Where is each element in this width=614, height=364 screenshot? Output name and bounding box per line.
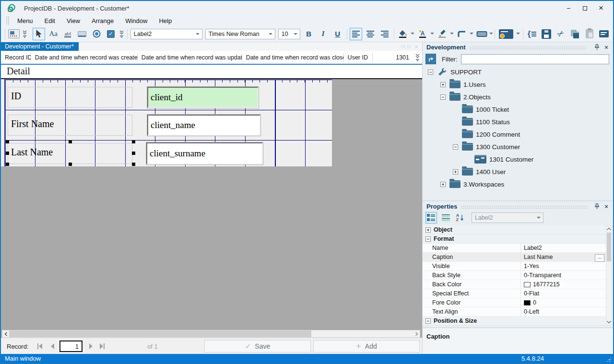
- form-view-tool-button[interactable]: [8, 28, 20, 40]
- chevron-down-icon[interactable]: [411, 33, 414, 36]
- tree-item-support[interactable]: SUPPORT: [423, 66, 613, 78]
- last-record-button[interactable]: [97, 341, 107, 351]
- tree-item-1000-ticket[interactable]: 1000 Ticket: [423, 103, 613, 116]
- menubar-drag-handle[interactable]: [6, 16, 10, 25]
- tree-item-1100-status[interactable]: 1100 Status: [423, 116, 613, 128]
- property-row-text-align[interactable]: Text Align 0-Left: [423, 307, 606, 317]
- font-name-combo[interactable]: Times New Roman: [205, 29, 275, 39]
- field-client-surname[interactable]: client_surname: [146, 142, 263, 164]
- paste-button[interactable]: [583, 28, 596, 40]
- new-object-button[interactable]: [497, 28, 515, 40]
- save-button[interactable]: [540, 28, 553, 40]
- italic-button[interactable]: I: [317, 28, 330, 40]
- categorized-view-button[interactable]: [425, 212, 437, 223]
- menu-item-arrange[interactable]: Arrange: [86, 16, 119, 25]
- previous-record-button[interactable]: [47, 341, 58, 351]
- toolbar-drag-handle[interactable]: [30, 29, 31, 39]
- line-color-button[interactable]: [436, 28, 449, 40]
- cut-button[interactable]: ✂: [555, 28, 567, 40]
- header-closed[interactable]: Date and time when record was closed: [242, 54, 343, 61]
- category-position-size[interactable]: Position & Size: [423, 317, 606, 326]
- selection-handle[interactable]: [69, 140, 72, 143]
- header-overflow-button[interactable]: [415, 54, 420, 61]
- selection-handle[interactable]: [6, 163, 9, 166]
- toolbar-drag-handle[interactable]: [494, 29, 495, 39]
- selection-handle[interactable]: [132, 163, 135, 166]
- maximize-button[interactable]: [577, 2, 593, 14]
- properties-scrollbar[interactable]: [606, 225, 612, 326]
- underline-button[interactable]: U: [331, 28, 344, 40]
- comment-button[interactable]: [598, 28, 610, 40]
- radio-tool-button[interactable]: [90, 28, 103, 40]
- scrollbar-thumb[interactable]: [9, 330, 311, 337]
- align-left-button[interactable]: [350, 28, 362, 40]
- menu-item-view[interactable]: View: [61, 16, 86, 25]
- collapse-icon[interactable]: [425, 318, 431, 324]
- align-right-button[interactable]: [378, 28, 391, 40]
- form-designer-canvas[interactable]: ID client_id First Name client_name Last…: [1, 79, 422, 330]
- category-format[interactable]: Format: [423, 235, 606, 244]
- current-record-input[interactable]: 1: [59, 341, 83, 352]
- expand-icon[interactable]: [440, 182, 446, 187]
- structure-button[interactable]: {: [526, 28, 538, 40]
- toolbar-overflow-button[interactable]: [22, 28, 27, 40]
- selection-handle[interactable]: [6, 140, 9, 143]
- menu-item-edit[interactable]: Edit: [39, 16, 61, 25]
- close-panel-icon[interactable]: ×: [602, 44, 610, 50]
- expand-icon[interactable]: [425, 227, 431, 233]
- selection-handle[interactable]: [132, 140, 135, 143]
- header-created[interactable]: Date and time when record was created: [31, 54, 137, 61]
- minimize-button[interactable]: −: [560, 2, 577, 14]
- property-row-name[interactable]: Name Label2: [423, 244, 606, 253]
- menu-item-menu[interactable]: Menu: [12, 16, 39, 25]
- label-last-name[interactable]: Last Name: [8, 143, 132, 164]
- field-client-id[interactable]: client_id: [147, 87, 259, 108]
- label-first-name[interactable]: First Name: [8, 115, 132, 136]
- detail-band-header[interactable]: Detail: [1, 65, 422, 79]
- field-client-name[interactable]: client_name: [147, 115, 260, 136]
- button-tool-button[interactable]: [76, 28, 88, 40]
- property-row-back-style[interactable]: Back Style 0-Transparent: [423, 271, 606, 280]
- resize-grip[interactable]: [606, 357, 611, 362]
- scroll-left-icon[interactable]: [2, 330, 9, 337]
- tree-item-1400-user[interactable]: 1400 User: [423, 165, 613, 178]
- chevron-down-icon[interactable]: [489, 33, 493, 36]
- align-center-button[interactable]: [364, 28, 377, 40]
- object-selector-combo[interactable]: Label2: [130, 29, 202, 39]
- collapse-icon[interactable]: [425, 236, 431, 242]
- header-record-id[interactable]: Record ID: [1, 54, 31, 61]
- pin-icon[interactable]: [593, 44, 601, 50]
- property-row-visible[interactable]: Visible 1-Yes: [423, 262, 606, 271]
- bold-button[interactable]: B: [303, 28, 315, 40]
- property-object-selector[interactable]: Label2: [472, 212, 543, 223]
- toolbar-drag-handle[interactable]: [127, 29, 128, 39]
- selection-handle[interactable]: [69, 163, 72, 166]
- checkbox-tool-button[interactable]: ✓: [105, 28, 117, 40]
- property-row-caption[interactable]: Caption Last Name ...: [423, 253, 606, 262]
- tab-scroll-left-icon[interactable]: ◁: [401, 43, 404, 50]
- category-object[interactable]: Object: [423, 225, 606, 235]
- first-record-button[interactable]: [35, 341, 45, 351]
- collapse-icon[interactable]: [453, 144, 458, 150]
- pointer-tool-button[interactable]: [33, 28, 45, 40]
- property-row-back-color[interactable]: Back Color 16777215: [423, 280, 606, 289]
- tree-item-1301-customer[interactable]: 1301 Customer: [423, 153, 613, 165]
- next-record-button[interactable]: [85, 341, 96, 351]
- close-panel-icon[interactable]: ×: [602, 203, 610, 210]
- tab-close-icon[interactable]: ×: [414, 43, 418, 50]
- tree-item-users[interactable]: 1.Users: [423, 78, 613, 91]
- horizontal-scrollbar[interactable]: [2, 330, 420, 338]
- tab-scroll-right-icon[interactable]: ▷: [407, 43, 411, 50]
- chevron-down-icon[interactable]: [516, 33, 520, 36]
- property-row-special-effect[interactable]: Special Effect 0-Flat: [423, 289, 606, 298]
- sort-alphabetical-button[interactable]: AZ: [454, 212, 466, 223]
- toolbar-overflow-button[interactable]: [119, 28, 124, 40]
- form-grid[interactable]: ID client_id First Name client_name Last…: [5, 80, 332, 166]
- chevron-down-icon[interactable]: [470, 33, 473, 36]
- property-row-fore-color[interactable]: Fore Color 0: [423, 298, 606, 307]
- label-id[interactable]: ID: [8, 87, 132, 108]
- toolbar-drag-handle[interactable]: [4, 29, 5, 39]
- filter-input[interactable]: [461, 54, 609, 64]
- expand-icon[interactable]: [453, 169, 458, 175]
- add-record-button[interactable]: + Add: [313, 340, 420, 352]
